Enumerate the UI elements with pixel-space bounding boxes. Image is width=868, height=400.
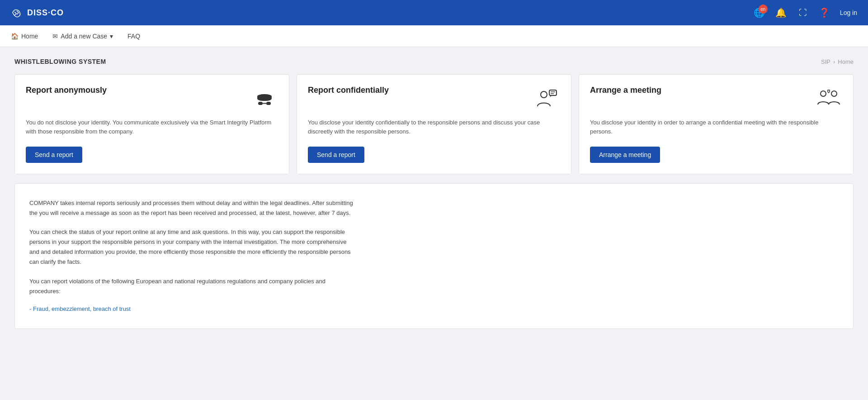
card-anonymous-header: Report anonymously [26,86,278,113]
breadcrumb-separator: › [833,58,835,65]
breadcrumb-sip: SIP [821,58,830,65]
card-anonymous-title: Report anonymously [26,86,107,95]
confidential-icon [533,86,560,113]
language-badge: en [759,5,768,14]
language-selector[interactable]: 🌐 en [753,6,766,19]
notifications-button[interactable]: 🔔 [775,6,788,19]
cards-container: Report anonymously You do not disclose y… [14,74,854,174]
breadcrumb-home: Home [838,58,854,65]
expand-button[interactable]: ⛶ [797,6,809,19]
help-button[interactable]: ❓ [818,6,831,19]
anonymous-icon [251,86,278,113]
navigation: 🏠 Home ✉ Add a new Case ▾ FAQ [0,25,868,47]
arrange-meeting-button[interactable]: Arrange a meeting [590,147,660,163]
card-meeting-header: Arrange a meeting [590,86,842,113]
chevron-down-icon: ▾ [110,33,113,40]
nav-home-label: Home [21,33,38,40]
nav-faq[interactable]: FAQ [127,33,140,40]
info-paragraph-1: COMPANY takes internal reports seriously… [29,198,355,218]
login-button[interactable]: Log in [840,9,857,16]
card-meeting-desc: You disclose your identity in order to a… [590,118,842,136]
card-confidential-title: Report confidentially [308,86,389,95]
info-para2-text: You can check the status of your report … [29,229,351,265]
card-confidential-header: Report confidentially [308,86,560,113]
info-paragraph-3: You can report violations of the followi… [29,276,355,296]
info-paragraph-2: You can check the status of your report … [29,227,355,267]
help-icon: ❓ [819,7,830,18]
logo[interactable]: DISS·CO [11,6,64,19]
svg-point-9 [831,91,837,96]
logo-text: DISS·CO [27,8,64,18]
nav-faq-label: FAQ [127,33,140,40]
home-icon: 🏠 [11,33,19,40]
svg-rect-5 [549,90,557,95]
card-meeting-title: Arrange a meeting [590,86,661,95]
breadcrumb-row: WHISTLEBLOWING SYSTEM SIP › Home [14,58,854,65]
send-report-anonymous-button[interactable]: Send a report [26,147,82,163]
expand-icon: ⛶ [799,8,807,18]
nav-add-case-label: Add a new Case [61,33,107,40]
card-meeting: Arrange a meeting You disclose your iden… [579,74,854,174]
envelope-icon: ✉ [52,33,58,40]
card-anonymous: Report anonymously You do not disclose y… [14,74,289,174]
svg-rect-2 [266,102,271,105]
card-confidential-desc: You disclose your identity confidentiall… [308,118,560,136]
bell-icon: 🔔 [775,7,787,18]
header-right: 🌐 en 🔔 ⛶ ❓ Log in [753,6,857,19]
page-title: WHISTLEBLOWING SYSTEM [14,58,106,65]
info-para3-text: You can report violations of the followi… [29,278,326,295]
breadcrumb: SIP › Home [821,58,854,65]
header: DISS·CO 🌐 en 🔔 ⛶ ❓ Log in [0,0,868,25]
svg-rect-1 [258,102,263,105]
card-anonymous-desc: You do not disclose your identity. You c… [26,118,278,136]
list-item: - Fraud, embezzlement, breach of trust [29,305,839,312]
main-content: WHISTLEBLOWING SYSTEM SIP › Home Report … [0,47,868,340]
svg-point-4 [541,91,547,98]
nav-add-case[interactable]: ✉ Add a new Case ▾ [52,33,113,40]
meeting-icon [815,86,842,113]
info-para1-text: COMPANY takes internal reports seriously… [29,200,353,216]
info-list: - Fraud, embezzlement, breach of trust [29,305,839,312]
send-report-confidential-button[interactable]: Send a report [308,147,364,163]
svg-point-8 [821,91,826,96]
info-section: COMPANY takes internal reports seriously… [14,183,854,329]
card-confidential: Report confidentially You disclose your … [297,74,571,174]
nav-home[interactable]: 🏠 Home [11,33,38,40]
